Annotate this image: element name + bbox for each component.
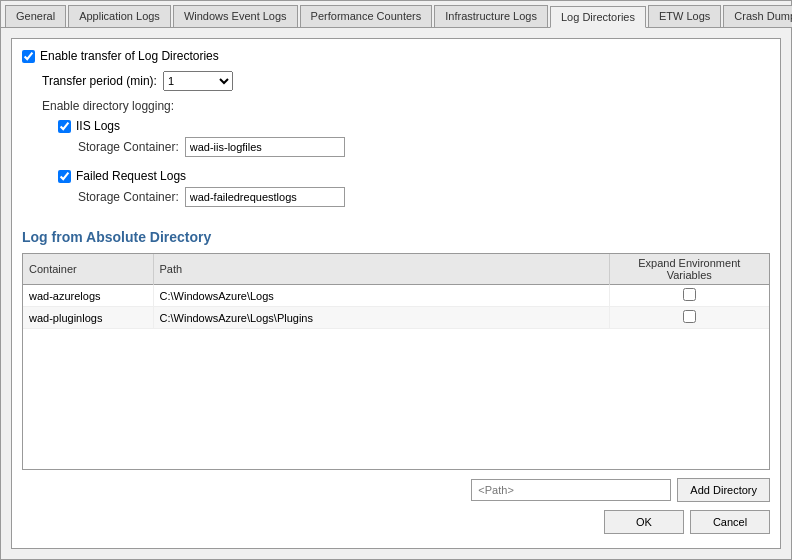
ok-button[interactable]: OK — [604, 510, 684, 534]
expand-env-checkbox[interactable] — [683, 310, 696, 323]
failed-req-checkbox[interactable] — [58, 170, 71, 183]
col-header-path: Path — [153, 254, 609, 285]
iis-storage-row: Storage Container: — [78, 137, 770, 157]
absolute-dir-title: Log from Absolute Directory — [22, 229, 770, 245]
iis-logs-checkbox[interactable] — [58, 120, 71, 133]
table-cell-expand — [609, 285, 769, 307]
ok-cancel-row: OK Cancel — [22, 510, 770, 538]
tab-infrastructure-logs[interactable]: Infrastructure Logs — [434, 5, 548, 27]
log-directories-table: Container Path Expand Environment Variab… — [23, 254, 769, 329]
panel: Enable transfer of Log Directories Trans… — [11, 38, 781, 549]
bottom-bar: Add Directory OK Cancel — [22, 478, 770, 538]
cancel-button[interactable]: Cancel — [690, 510, 770, 534]
failed-storage-label: Storage Container: — [78, 190, 179, 204]
table-row: wad-pluginlogsC:\WindowsAzure\Logs\Plugi… — [23, 307, 769, 329]
tab-etw-logs[interactable]: ETW Logs — [648, 5, 721, 27]
tab-bar: General Application Logs Windows Event L… — [1, 1, 791, 28]
tab-application-logs[interactable]: Application Logs — [68, 5, 171, 27]
failed-storage-row: Storage Container: — [78, 187, 770, 207]
tab-crash-dumps[interactable]: Crash Dumps — [723, 5, 792, 27]
table-row: wad-azurelogsC:\WindowsAzure\Logs — [23, 285, 769, 307]
table-cell-container: wad-pluginlogs — [23, 307, 153, 329]
tab-general[interactable]: General — [5, 5, 66, 27]
table-cell-expand — [609, 307, 769, 329]
iis-logs-check-row: IIS Logs — [58, 119, 770, 133]
transfer-period-select[interactable]: 1 5 10 — [163, 71, 233, 91]
main-content: Enable transfer of Log Directories Trans… — [1, 28, 791, 559]
path-input[interactable] — [471, 479, 671, 501]
expand-env-checkbox[interactable] — [683, 288, 696, 301]
failed-req-label: Failed Request Logs — [76, 169, 186, 183]
table-cell-container: wad-azurelogs — [23, 285, 153, 307]
add-directory-button[interactable]: Add Directory — [677, 478, 770, 502]
col-header-expand: Expand Environment Variables — [609, 254, 769, 285]
col-header-container: Container — [23, 254, 153, 285]
enable-transfer-label: Enable transfer of Log Directories — [40, 49, 219, 63]
enable-transfer-row: Enable transfer of Log Directories — [22, 49, 770, 63]
table-cell-path: C:\WindowsAzure\Logs\Plugins — [153, 307, 609, 329]
failed-req-section: Failed Request Logs Storage Container: — [58, 169, 770, 213]
iis-logs-label: IIS Logs — [76, 119, 120, 133]
transfer-period-row: Transfer period (min): 1 5 10 — [42, 71, 770, 91]
log-directories-table-container: Container Path Expand Environment Variab… — [22, 253, 770, 470]
path-row: Add Directory — [22, 478, 770, 502]
table-cell-path: C:\WindowsAzure\Logs — [153, 285, 609, 307]
tab-log-directories[interactable]: Log Directories — [550, 6, 646, 28]
iis-storage-label: Storage Container: — [78, 140, 179, 154]
iis-logs-section: IIS Logs Storage Container: — [58, 119, 770, 163]
failed-storage-input[interactable] — [185, 187, 345, 207]
transfer-period-label: Transfer period (min): — [42, 74, 157, 88]
tab-windows-event-logs[interactable]: Windows Event Logs — [173, 5, 298, 27]
iis-storage-input[interactable] — [185, 137, 345, 157]
dialog: General Application Logs Windows Event L… — [0, 0, 792, 560]
tab-performance-counters[interactable]: Performance Counters — [300, 5, 433, 27]
enable-dir-label: Enable directory logging: — [42, 99, 770, 113]
failed-req-check-row: Failed Request Logs — [58, 169, 770, 183]
enable-transfer-checkbox[interactable] — [22, 50, 35, 63]
